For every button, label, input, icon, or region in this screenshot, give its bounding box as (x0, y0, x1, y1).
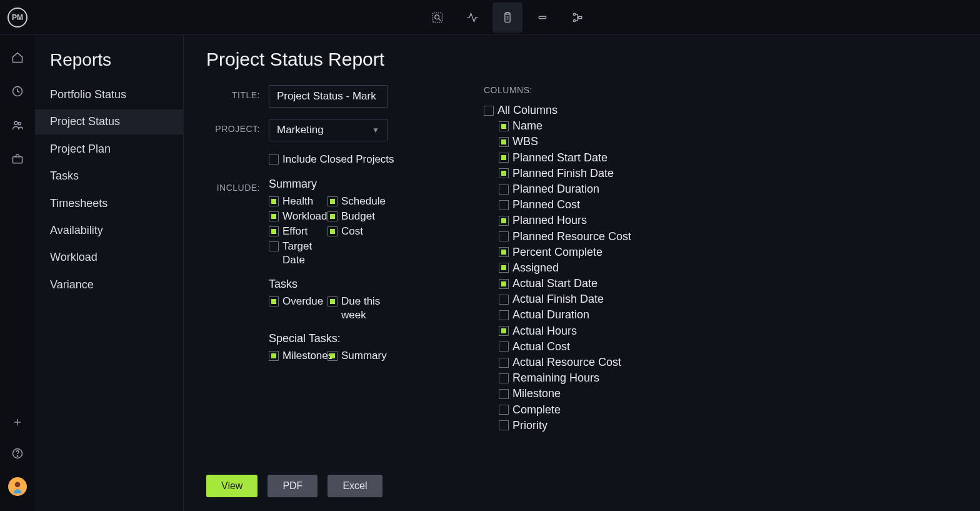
sidebar-item-tasks[interactable]: Tasks (35, 164, 183, 188)
sidebar-item-variance[interactable]: Variance (35, 273, 183, 297)
reports-sidepanel: Reports Portfolio StatusProject StatusPr… (35, 35, 184, 511)
sidebar-item-workload[interactable]: Workload (35, 245, 183, 270)
column-checkbox-assigned[interactable]: Assigned (484, 260, 679, 276)
summary-checkbox-schedule[interactable]: Schedule (328, 195, 384, 208)
special-checkbox-milestones[interactable]: Milestones (269, 349, 325, 363)
summary-checkbox-workload[interactable]: Workload (269, 210, 325, 223)
svg-point-13 (18, 122, 21, 124)
sidebar-item-portfolio-status[interactable]: Portfolio Status (35, 83, 183, 107)
summary-checkbox-budget[interactable]: Budget (328, 210, 384, 223)
column-checkbox-wbs[interactable]: WBS (484, 134, 679, 149)
page-title: Project Status Report (206, 49, 958, 70)
excel-button[interactable]: Excel (328, 475, 382, 497)
sidebar-item-project-status[interactable]: Project Status (35, 109, 183, 134)
summary-checkbox-effort[interactable]: Effort (269, 225, 325, 238)
tasks-checkbox-due-this-week[interactable]: Due this week (328, 295, 384, 322)
column-checkbox-remaining-hours[interactable]: Remaining Hours (484, 370, 679, 386)
project-select[interactable]: Marketing ▼ (269, 119, 388, 141)
add-icon[interactable] (10, 415, 25, 430)
column-checkbox-actual-resource-cost[interactable]: Actual Resource Cost (484, 355, 679, 370)
tasks-checkbox-overdue[interactable]: Overdue (269, 295, 325, 322)
project-select-value: Marketing (277, 124, 324, 136)
tasks-heading: Tasks (269, 278, 444, 291)
columns-scroll[interactable]: All ColumnsNameWBSPlanned Start DatePlan… (484, 103, 684, 467)
logo[interactable]: PM (0, 0, 35, 35)
home-icon[interactable] (10, 50, 25, 65)
summary-checkbox-target-date[interactable]: Target Date (269, 240, 325, 267)
summary-checkbox-health[interactable]: Health (269, 195, 325, 208)
special-checkbox-summary[interactable]: Summary (328, 349, 384, 363)
svg-rect-7 (539, 16, 546, 18)
logo-text: PM (12, 13, 23, 22)
svg-rect-4 (506, 12, 509, 14)
action-row: View PDF Excel (206, 475, 958, 497)
sidepanel-title: Reports (35, 50, 183, 83)
svg-point-9 (573, 19, 575, 21)
include-label: INCLUDE: (206, 178, 269, 363)
columns-panel: COLUMNS: All ColumnsNameWBSPlanned Start… (484, 85, 684, 467)
form-area: TITLE: PROJECT: Marketing ▼ Include Clos… (206, 85, 958, 467)
topbar: PM (0, 0, 980, 35)
column-checkbox-actual-hours[interactable]: Actual Hours (484, 323, 679, 339)
view-button[interactable]: View (206, 475, 258, 497)
include-closed-label: Include Closed Projects (282, 153, 394, 166)
main-content: Project Status Report TITLE: PROJECT: Ma… (184, 35, 980, 511)
title-input[interactable] (269, 85, 388, 108)
svg-rect-14 (13, 157, 22, 163)
users-icon[interactable] (10, 118, 25, 133)
summary-checkbox-cost[interactable]: Cost (328, 225, 384, 238)
svg-rect-10 (579, 16, 582, 18)
columns-label: COLUMNS: (484, 85, 684, 95)
title-label: TITLE: (206, 85, 269, 108)
column-checkbox-planned-duration[interactable]: Planned Duration (484, 181, 679, 197)
svg-rect-0 (433, 13, 442, 22)
pdf-button[interactable]: PDF (268, 475, 318, 497)
svg-point-18 (17, 456, 18, 457)
column-checkbox-planned-cost[interactable]: Planned Cost (484, 197, 679, 213)
column-checkbox-planned-start-date[interactable]: Planned Start Date (484, 150, 679, 166)
column-checkbox-milestone[interactable]: Milestone (484, 386, 679, 402)
column-checkbox-planned-hours[interactable]: Planned Hours (484, 213, 679, 228)
svg-point-20 (15, 482, 21, 487)
left-form: TITLE: PROJECT: Marketing ▼ Include Clos… (206, 85, 444, 467)
left-rail (0, 35, 35, 511)
body-row: Reports Portfolio StatusProject StatusPr… (0, 35, 980, 511)
column-checkbox-planned-finish-date[interactable]: Planned Finish Date (484, 166, 679, 181)
briefcase-icon[interactable] (10, 151, 25, 166)
column-checkbox-actual-duration[interactable]: Actual Duration (484, 307, 679, 323)
sidebar-item-availability[interactable]: Availability (35, 218, 183, 243)
column-checkbox-complete[interactable]: Complete (484, 402, 679, 418)
svg-point-8 (573, 13, 575, 15)
column-checkbox-priority[interactable]: Priority (484, 418, 679, 433)
svg-point-12 (14, 121, 18, 124)
summary-heading: Summary (269, 178, 444, 191)
logo-badge: PM (8, 8, 28, 28)
project-label: PROJECT: (206, 119, 269, 141)
avatar[interactable] (8, 477, 27, 496)
activity-icon[interactable] (458, 3, 488, 33)
flow-icon[interactable] (562, 3, 592, 33)
column-checkbox-percent-complete[interactable]: Percent Complete (484, 245, 679, 260)
column-checkbox-name[interactable]: Name (484, 118, 679, 134)
clock-icon[interactable] (10, 84, 25, 99)
include-closed-checkbox[interactable]: Include Closed Projects (269, 153, 444, 166)
topbar-tool-group (35, 3, 980, 33)
link-icon[interactable] (528, 3, 558, 33)
svg-line-2 (439, 18, 441, 20)
help-icon[interactable] (10, 446, 25, 461)
svg-point-1 (435, 14, 439, 19)
column-checkbox-all-columns[interactable]: All Columns (484, 103, 679, 118)
search-icon[interactable] (422, 3, 452, 33)
column-checkbox-planned-resource-cost[interactable]: Planned Resource Cost (484, 229, 679, 245)
chevron-down-icon: ▼ (372, 126, 379, 134)
reports-icon[interactable] (492, 3, 522, 33)
sidebar-item-timesheets[interactable]: Timesheets (35, 191, 183, 216)
column-checkbox-actual-start-date[interactable]: Actual Start Date (484, 276, 679, 291)
column-checkbox-actual-cost[interactable]: Actual Cost (484, 339, 679, 355)
sidebar-item-project-plan[interactable]: Project Plan (35, 137, 183, 161)
column-checkbox-actual-finish-date[interactable]: Actual Finish Date (484, 291, 679, 307)
special-heading: Special Tasks: (269, 332, 444, 345)
